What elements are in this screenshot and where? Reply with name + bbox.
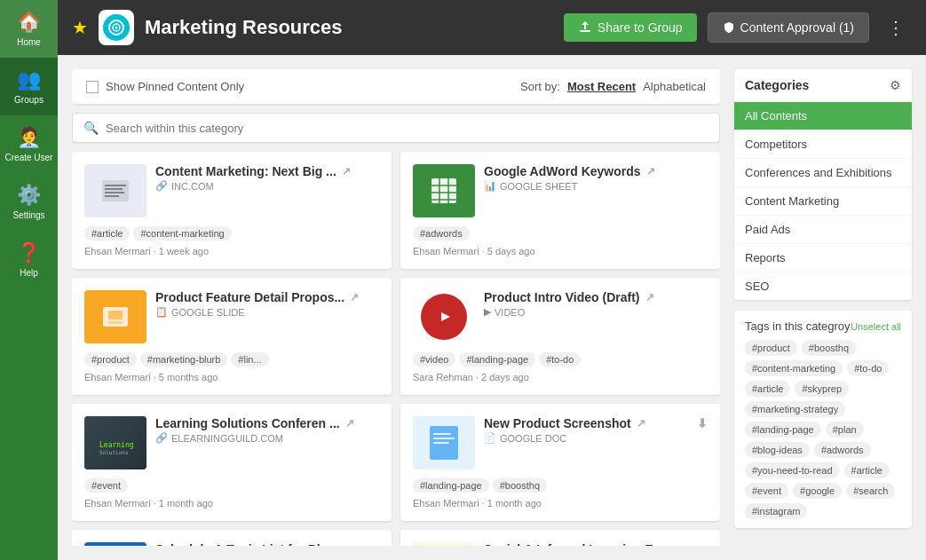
categories-gear-icon[interactable]: ⚙ (890, 78, 901, 92)
card-info: New Product Screenshot ↗ ⬇ 📄 GOOGLE DOC (484, 416, 708, 444)
card-tag[interactable]: #marketing-blurb (140, 352, 228, 367)
tag-pill[interactable]: #search (846, 483, 895, 499)
tags-list: #product#boosthq#content-marketing#to-do… (745, 340, 901, 519)
sidebar-item-create-user[interactable]: 🧑‍💼 Create User (0, 115, 58, 173)
card-card4[interactable]: Product Intro Video (Draft) ↗ ▶ VIDEO #v… (400, 278, 720, 395)
card-source: 📋 GOOGLE SLIDE (155, 306, 379, 318)
star-icon[interactable]: ★ (72, 17, 88, 38)
tag-pill[interactable]: #boosthq (802, 340, 856, 356)
svg-rect-23 (433, 438, 455, 439)
category-item-seo[interactable]: SEO (734, 272, 912, 300)
sidebar-item-groups[interactable]: 👥 Groups (0, 58, 58, 115)
card-tags: #article#content-marketing (84, 226, 379, 241)
card-title-text: Learning Solutions Conferen ... (155, 416, 340, 430)
card-tag[interactable]: #landing-page (459, 352, 535, 367)
svg-point-2 (115, 27, 118, 29)
card-tag[interactable]: #lin... (231, 352, 268, 367)
card-card8[interactable]: 💡 Social & Informal Learning Ex... ↗ 🔗 E… (400, 530, 720, 546)
category-item-competitors[interactable]: Competitors (734, 130, 912, 159)
tag-pill[interactable]: #event (745, 483, 788, 499)
card-card6[interactable]: New Product Screenshot ↗ ⬇ 📄 GOOGLE DOC … (400, 404, 720, 521)
category-item-paid-ads[interactable]: Paid Ads (734, 216, 912, 244)
tag-pill[interactable]: #instagram (745, 503, 807, 519)
logo-svg (107, 19, 125, 36)
external-link-icon[interactable]: ↗ (676, 543, 685, 546)
external-link-icon[interactable]: ↗ (646, 165, 655, 177)
content-approval-button[interactable]: Content Approval (1) (708, 12, 869, 43)
card-header: Content Marketing: Next Big ... ↗ 🔗 INC.… (84, 164, 379, 217)
svg-rect-17 (108, 321, 123, 324)
sort-alpha-link[interactable]: Alphabetical (643, 80, 706, 93)
card-card2[interactable]: Google AdWord Keywords ↗ 📊 GOOGLE SHEET … (400, 152, 720, 269)
external-link-icon[interactable]: ↗ (350, 291, 359, 304)
card-tag[interactable]: #landing-page (413, 478, 489, 493)
sort-area: Sort by: Most Recent Alphabetical (520, 80, 706, 93)
tag-pill[interactable]: #marketing-strategy (745, 401, 845, 417)
card-tag[interactable]: #to-do (539, 352, 581, 367)
card-source: 🔗 INC.COM (155, 180, 379, 192)
card-title-text: Product Intro Video (Draft) (484, 290, 640, 304)
tag-pill[interactable]: #to-do (847, 360, 889, 376)
external-link-icon[interactable]: ↗ (645, 291, 654, 304)
card-tag[interactable]: #content-marketing (133, 226, 231, 241)
external-link-icon[interactable]: ↗ (342, 165, 351, 177)
search-input[interactable] (106, 122, 708, 135)
svg-rect-4 (102, 180, 129, 201)
source-type-icon: 📊 (484, 180, 496, 192)
card-thumbnail (84, 290, 146, 343)
sidebar-item-settings[interactable]: ⚙️ Settings (0, 173, 58, 231)
pinned-label: Show Pinned Content Only (106, 80, 244, 93)
tag-pill[interactable]: #you-need-to-read (745, 462, 840, 478)
external-link-icon[interactable]: ↗ (637, 417, 645, 430)
tag-pill[interactable]: #google (793, 483, 842, 499)
app-logo-inner (103, 14, 130, 41)
card-title: New Product Screenshot ↗ ⬇ (484, 416, 708, 430)
tag-pill[interactable]: #skyprep (795, 381, 849, 397)
help-icon: ❓ (17, 241, 41, 264)
card-tag[interactable]: #adwords (413, 226, 470, 241)
card-card5[interactable]: LearningSolutions Learning Solutions Con… (72, 404, 392, 521)
category-item-conferences[interactable]: Conferences and Exhibitions (734, 159, 912, 187)
tag-pill[interactable]: #article (844, 462, 890, 478)
card-tag[interactable]: #event (84, 478, 128, 493)
more-menu-icon[interactable]: ⋮ (880, 13, 912, 42)
card-meta: Ehsan Mermari · 5 days ago (413, 246, 708, 256)
tag-pill[interactable]: #product (745, 340, 797, 356)
source-type-icon: 🔗 (155, 180, 168, 192)
tag-pill[interactable]: #content-marketing (745, 360, 843, 376)
download-icon[interactable]: ⬇ (697, 416, 708, 430)
category-item-all[interactable]: All Contents (734, 102, 912, 130)
tag-pill[interactable]: #landing-page (745, 422, 821, 438)
unselect-all-link[interactable]: Unselect all (851, 321, 901, 332)
card-header: New Product Screenshot ↗ ⬇ 📄 GOOGLE DOC (413, 416, 708, 469)
card-card1[interactable]: Content Marketing: Next Big ... ↗ 🔗 INC.… (72, 152, 392, 269)
card-tag[interactable]: #video (413, 352, 455, 367)
external-link-icon[interactable]: ↗ (345, 417, 354, 430)
card-tag[interactable]: #article (84, 226, 130, 241)
sidebar-item-help[interactable]: ❓ Help (0, 231, 58, 288)
card-tag[interactable]: #boosthq (493, 478, 547, 493)
sort-recent-link[interactable]: Most Recent (567, 80, 636, 93)
source-name: INC.COM (171, 181, 214, 192)
card-title-text: Social & Informal Learning Ex... (484, 542, 670, 546)
card-title-text: Content Marketing: Next Big ... (155, 164, 336, 178)
category-item-reports[interactable]: Reports (734, 244, 912, 272)
tag-pill[interactable]: #adwords (814, 442, 871, 458)
share-to-group-button[interactable]: Share to Group (564, 13, 697, 42)
card-card3[interactable]: Product Feature Detail Propos... ↗ 📋 GOO… (72, 278, 392, 395)
tag-pill[interactable]: #article (745, 381, 790, 397)
tag-pill[interactable]: #blog-ideas (745, 442, 810, 458)
pinned-checkbox[interactable] (86, 81, 99, 93)
sidebar-item-home[interactable]: 🏠 Home (0, 0, 58, 58)
card-tag[interactable]: #product (84, 352, 137, 367)
external-link-icon[interactable]: ↗ (348, 543, 357, 546)
source-name: VIDEO (495, 307, 525, 318)
categories-header: Categories ⚙ (734, 69, 912, 102)
approval-btn-label: Content Approval (1) (740, 20, 854, 35)
card-card7[interactable]: Schedule & Topic List for Blogs ↗ 📊 GOOG… (72, 530, 392, 546)
tag-pill[interactable]: #plan (826, 422, 864, 438)
card-tags: #adwords (413, 226, 708, 241)
card-header: Product Intro Video (Draft) ↗ ▶ VIDEO (413, 290, 708, 343)
category-item-content-marketing[interactable]: Content Marketing (734, 187, 912, 216)
sidebar-label-groups: Groups (14, 95, 44, 105)
